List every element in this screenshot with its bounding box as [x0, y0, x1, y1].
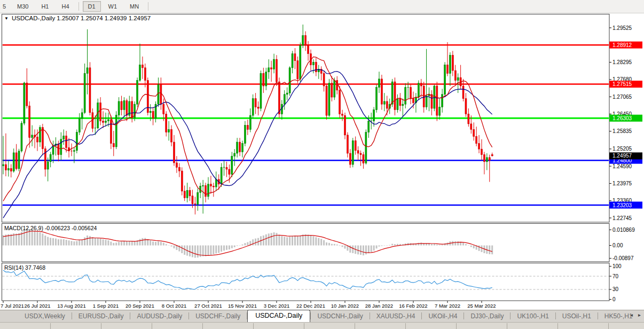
chart-tab-usoil[interactable]: USOil-,H1: [556, 311, 598, 322]
timeframe-button-mn[interactable]: MN: [124, 1, 144, 12]
date-label: 15 Nov 2021: [228, 303, 257, 309]
macd-bar: [331, 244, 333, 246]
macd-bar: [163, 243, 164, 246]
candle: [137, 77, 138, 107]
candle-body: [373, 110, 375, 121]
macd-bar: [81, 239, 83, 245]
date-label: 7 Jul 2021: [1, 303, 24, 309]
candle-body: [284, 95, 285, 104]
date-axis[interactable]: 7 Jul 202126 Jul 202113 Aug 20211 Sep 20…: [1, 301, 496, 309]
chart-tab-eurusd[interactable]: EURUSD-,Daily: [72, 311, 130, 322]
macd-bar: [205, 246, 207, 256]
candle-body: [257, 107, 259, 108]
macd-bar: [271, 233, 272, 245]
macd-bar: [389, 245, 390, 246]
candle-body: [439, 107, 441, 115]
chart-tab-ukoil[interactable]: UKOil-,H4: [422, 311, 464, 322]
candle-body: [352, 140, 354, 164]
candle-body: [26, 83, 28, 106]
macd-bar: [70, 241, 72, 245]
candle-body: [160, 84, 162, 104]
candle-body: [481, 149, 482, 155]
candle-body: [192, 196, 193, 204]
candle-body: [63, 136, 65, 139]
candle-body: [410, 88, 412, 99]
candle-body: [360, 153, 362, 155]
candle-body: [171, 129, 172, 142]
macd-bar: [150, 240, 151, 245]
strip-mark: [50, 323, 51, 329]
rsi-tick-label: 70: [612, 273, 619, 279]
candle-body: [252, 99, 254, 116]
macd-bar: [491, 246, 493, 255]
candle-body: [289, 68, 290, 93]
candle-body: [355, 140, 356, 150]
candle-body: [184, 191, 185, 198]
candle-body: [462, 86, 464, 99]
candle: [376, 84, 378, 113]
candle-body: [349, 153, 351, 164]
date-label: 3 Dec 2021: [264, 303, 290, 309]
price-badge-1.28912-text: 1.28912: [612, 42, 632, 48]
macd-bar: [103, 239, 104, 245]
chart-tab-row: USDX,WeeklyEURUSD-,DailyAUDUSD-,DailyUSD…: [0, 310, 644, 322]
chart-tab-usdcad[interactable]: USDCAD-,Daily: [247, 310, 310, 322]
timeframe-button-m30[interactable]: M30: [12, 1, 34, 12]
price-axis[interactable]: 1.295251.282951.276801.270651.264501.258…: [609, 25, 642, 303]
macd-bar: [189, 246, 191, 257]
macd-bar: [241, 245, 243, 246]
macd-bar: [32, 230, 33, 246]
chart-tab-audusd[interactable]: AUDUSD-,Daily: [130, 311, 189, 322]
candle-body: [42, 128, 43, 149]
candle-body: [397, 99, 398, 110]
timeframe-toolbar: 5M30H1H4D1W1MN: [0, 0, 644, 13]
macd-bar: [121, 242, 122, 246]
macd-bar: [95, 238, 96, 246]
chart-tab-usdchf[interactable]: USDCHF-,Daily: [189, 311, 247, 322]
candle-body: [231, 156, 233, 174]
current-price-badge: 1.24957: [609, 152, 642, 159]
candle: [76, 129, 77, 153]
chart-tab-dj30[interactable]: DJ30-,Daily: [464, 311, 510, 322]
candle-body: [44, 149, 46, 169]
chart-tab-xauusd[interactable]: XAUUSD-,H4: [370, 311, 422, 322]
chart-area[interactable]: ▼USDCAD-,Daily 1.25007 1.25074 1.24939 1…: [0, 13, 644, 310]
candle-body: [197, 193, 199, 205]
current-price-badge-text: 1.24957: [612, 153, 632, 159]
candle-body: [166, 114, 167, 132]
candle-body: [328, 83, 330, 115]
timeframe-button-h1[interactable]: H1: [36, 1, 54, 12]
macd-bar: [473, 246, 475, 249]
price-tick-label: 1.29525: [612, 25, 632, 31]
candle-body: [308, 45, 309, 54]
timeframe-button-5[interactable]: 5: [1, 1, 10, 12]
candle-body: [273, 59, 275, 69]
scroll-right-icon[interactable]: ▸: [638, 312, 641, 318]
chart-tab-usdx[interactable]: USDX,Weekly: [18, 311, 72, 322]
macd-bar: [73, 241, 75, 245]
price-badge-1.26303: 1.26303: [609, 115, 642, 122]
chart-tab-uk100[interactable]: UK100-,H1: [511, 311, 555, 322]
date-label: 16 Feb 2022: [399, 303, 427, 309]
candle-body: [97, 103, 99, 128]
candle-body: [178, 167, 180, 171]
candle-body: [399, 99, 401, 106]
macd-bar: [323, 240, 325, 246]
macd-bar: [352, 246, 354, 253]
scroll-left-icon[interactable]: ◂: [630, 312, 633, 318]
candle-body: [446, 65, 448, 74]
candle-body: [436, 86, 438, 115]
timeframe-button-d1[interactable]: D1: [83, 1, 101, 12]
chart-tab-usdcnh[interactable]: USDCNH-,Daily: [311, 311, 369, 322]
timeframe-button-h4[interactable]: H4: [56, 1, 74, 12]
strip-mark: [355, 323, 355, 329]
price-badge-1.28912: 1.28912: [609, 42, 642, 49]
timeframe-button-w1[interactable]: W1: [103, 1, 123, 12]
candle-body: [144, 68, 146, 81]
rsi-label: RSI(14) 37.7468: [4, 264, 45, 271]
candle-body: [215, 179, 217, 187]
macd-bar: [60, 239, 62, 245]
candle-body: [486, 158, 488, 162]
candle-body: [378, 79, 380, 88]
macd-bar: [376, 246, 378, 249]
